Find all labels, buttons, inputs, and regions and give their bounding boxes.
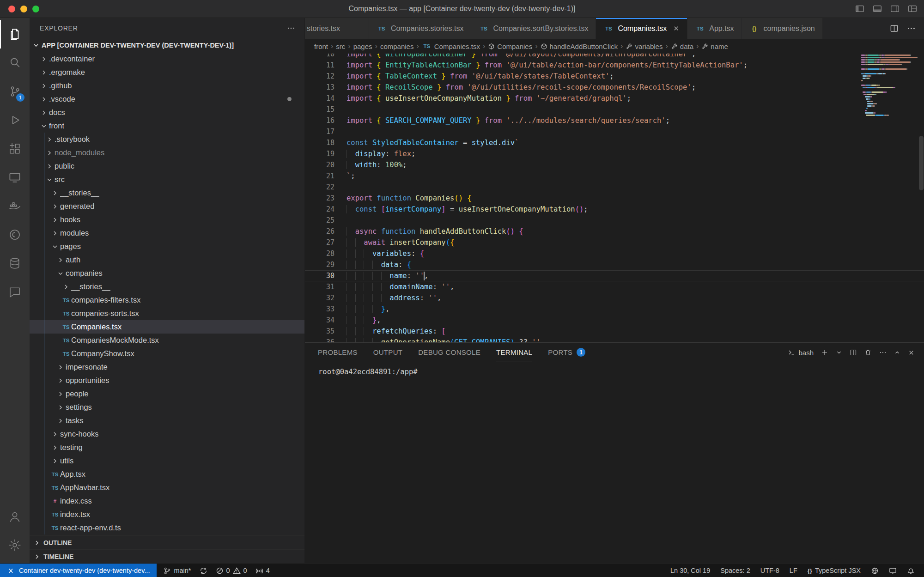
close-window-button[interactable] [8,6,15,12]
line-number[interactable]: 15 [305,104,346,115]
panel-tab-debug-console[interactable]: DEBUG CONSOLE [418,343,480,362]
tree-item-companies-sorts-tsx[interactable]: TScompanies-sorts.tsx [30,307,304,320]
tab-companies-tsx[interactable]: TSCompanies.tsx [596,18,687,39]
tree-item-appnavbar-tsx[interactable]: TSAppNavbar.tsx [30,481,304,494]
activity-accounts[interactable] [0,502,30,531]
line-number[interactable]: 19 [305,148,346,159]
sync-changes-button[interactable] [196,564,211,577]
tree-item-pages[interactable]: pages [30,240,304,253]
activity-run-debug[interactable] [0,106,30,134]
ports-indicator[interactable]: 4 [252,564,274,577]
tree-item-stories[interactable]: __stories__ [30,280,304,293]
tree-item-companiesmockmode-tsx[interactable]: TSCompaniesMockMode.tsx [30,334,304,347]
line-number[interactable]: 33 [305,304,346,315]
shell-selector[interactable]: bash [788,349,814,357]
tree-item-stories[interactable]: __stories__ [30,186,304,200]
screencast-button[interactable] [885,564,900,577]
activity-live-share[interactable] [0,220,30,249]
line-number[interactable]: 14 [305,93,346,104]
activity-remote-explorer[interactable] [0,163,30,192]
activity-search[interactable] [0,49,30,77]
line-number[interactable]: 16 [305,115,346,126]
tree-item-index-css[interactable]: #index.css [30,494,304,508]
activity-chat[interactable] [0,278,30,306]
breadcrumb-front[interactable]: front [314,43,328,50]
tree-item-github[interactable]: .github [30,79,304,92]
problems-indicator[interactable]: 0 0 [212,564,251,577]
activity-source-control[interactable]: 1 [0,77,30,106]
tree-item-src[interactable]: src [30,173,304,186]
breadcrumb-data[interactable]: data [671,43,693,50]
customize-layout-icon[interactable] [907,4,918,14]
tree-item-devcontainer[interactable]: .devcontainer [30,52,304,66]
tree-item-index-tsx[interactable]: TSindex.tsx [30,508,304,521]
tree-item-ergomake[interactable]: .ergomake [30,66,304,79]
tree-item-app-tsx[interactable]: TSApp.tsx [30,468,304,481]
minimap[interactable] [861,55,918,117]
line-number[interactable]: 12 [305,71,346,82]
line-number[interactable]: 35 [305,326,346,337]
breadcrumb-variables[interactable]: variables [626,43,663,50]
activity-database[interactable] [0,249,30,278]
notifications-button[interactable] [903,564,918,577]
tree-item-vscode[interactable]: .vscode [30,92,304,106]
line-number[interactable]: 34 [305,315,346,326]
remote-indicator[interactable]: Container dev-twenty-dev (dev-twenty-dev… [0,564,157,577]
breadcrumb-src[interactable]: src [336,43,345,50]
line-number[interactable]: 17 [305,126,346,137]
tree-item-companyshow-tsx[interactable]: TSCompanyShow.tsx [30,347,304,360]
terminal-output[interactable]: root@0a42ecd84891:/app# [305,362,924,376]
tree-item-utils[interactable]: utils [30,454,304,468]
tree-item-companies-filters-tsx[interactable]: TScompanies-filters.tsx [30,293,304,307]
kill-terminal-icon[interactable] [864,349,872,356]
views-more-actions-icon[interactable] [287,24,295,32]
line-number[interactable]: 20 [305,159,346,170]
tree-item-opportunities[interactable]: opportunities [30,374,304,387]
line-number[interactable]: 32 [305,292,346,304]
close-panel-icon[interactable] [908,349,915,356]
tree-item-node-modules[interactable]: node_modules [30,146,304,159]
line-number[interactable]: 36 [305,337,346,342]
tree-item-testing[interactable]: testing [30,441,304,454]
toggle-sidebar-icon[interactable] [855,4,865,14]
tree-item-tasks[interactable]: tasks [30,414,304,427]
line-number[interactable]: 18 [305,137,346,148]
activity-settings-gear[interactable] [0,531,30,559]
line-number[interactable]: 30 [305,270,346,281]
language-mode[interactable]: {} TypeScript JSX [804,564,864,577]
panel-tab-ports[interactable]: PORTS1 [548,343,585,362]
editor-more-actions-icon[interactable] [907,24,916,33]
breadcrumb-companies[interactable]: Companies [488,43,532,50]
line-number[interactable]: 26 [305,226,346,237]
line-number[interactable]: 11 [305,60,346,71]
tree-item-companies-tsx[interactable]: TSCompanies.tsx [30,320,304,334]
breadcrumb-handleaddbuttonclick[interactable]: handleAddButtonClick [541,43,618,50]
breadcrumb-name[interactable]: name [701,43,728,50]
encoding-indicator[interactable]: UTF-8 [757,564,783,577]
line-number[interactable]: 23 [305,193,346,204]
panel-more-actions-icon[interactable] [879,349,887,356]
panel-tab-problems[interactable]: PROBLEMS [318,343,358,362]
tree-item-react-app-env-d-ts[interactable]: TSreact-app-env.d.ts [30,521,304,534]
zoom-window-button[interactable] [32,6,39,12]
breadcrumb-pages[interactable]: pages [353,43,372,50]
tree-item-modules[interactable]: modules [30,226,304,240]
outline-section[interactable]: OUTLINE [30,535,304,549]
code-editor[interactable]: 10import { WithTopBarContainer } from '@… [305,54,924,342]
tab-stories-tsx[interactable]: stories.tsx [305,18,369,39]
panel-tab-output[interactable]: OUTPUT [373,343,402,362]
line-number[interactable]: 22 [305,182,346,193]
close-icon[interactable] [673,25,680,32]
tree-item-docs[interactable]: docs [30,106,304,119]
tree-item-public[interactable]: public [30,159,304,173]
activity-extensions[interactable] [0,134,30,163]
browser-preview-button[interactable] [867,564,882,577]
split-editor-icon[interactable] [890,24,899,33]
line-number[interactable]: 25 [305,215,346,226]
line-number[interactable]: 24 [305,204,346,215]
tree-item-sync-hooks[interactable]: sync-hooks [30,427,304,441]
toggle-panel-icon[interactable] [872,4,882,14]
launch-profile-chevron-icon[interactable] [836,349,842,356]
split-terminal-icon[interactable] [850,349,857,356]
tree-item-generated[interactable]: generated [30,200,304,213]
